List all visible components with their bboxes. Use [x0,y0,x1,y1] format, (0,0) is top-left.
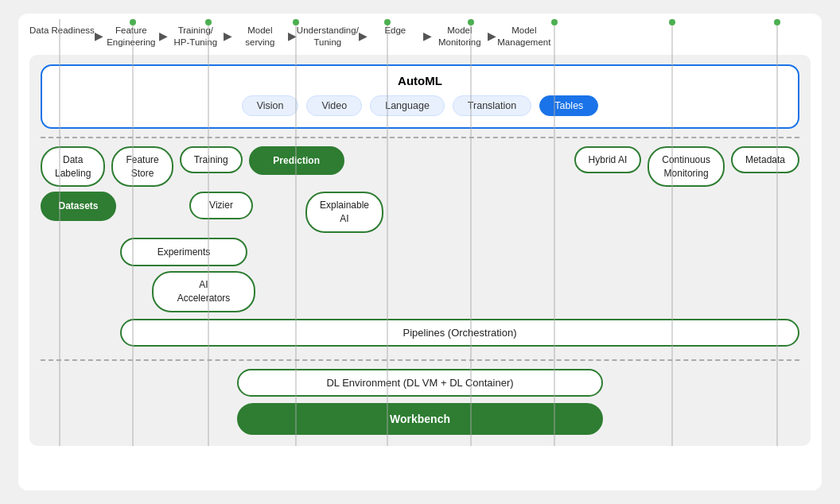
step-model-management: ModelManagement [496,25,552,48]
main-container: Data Readiness ▶ FeatureEngineering ▶ Tr… [18,14,822,490]
automl-title: AutoML [55,74,785,87]
step-model-serving: Modelserving ▶ [232,25,297,48]
arrow-6: ▶ [423,25,432,42]
pill-translation[interactable]: Translation [453,95,531,116]
pill-video[interactable]: Video [306,95,362,116]
diagram-area: AutoML Vision Video Language Translation… [29,55,811,446]
node-workbench: Workbench [237,403,603,435]
node-feature-store: FeatureStore [111,146,173,188]
node-explainable-ai: ExplainableAI [305,192,383,233]
node-metadata: Metadata [731,146,799,173]
automl-pills: Vision Video Language Translation Tables [55,95,785,116]
node-ai-accelerators: AIAccelerators [152,271,255,312]
node-hybrid-ai: Hybrid AI [574,146,642,173]
arrow-5: ▶ [359,25,368,42]
step-understanding: Understanding/Tuning ▶ [297,25,368,48]
arrow-7: ▶ [488,25,496,42]
arrow-1: ▶ [95,25,103,42]
dashed-separator-1 [41,137,799,138]
node-prediction: Prediction [249,146,344,175]
node-experiments: Experiments [120,238,247,266]
arrow-2: ▶ [159,25,168,42]
pill-tables[interactable]: Tables [539,95,598,116]
step-feature-engineering: FeatureEngineering ▶ [103,25,168,48]
step-training: Training/HP-Tuning ▶ [168,25,232,48]
arrow-4: ▶ [288,25,297,42]
arrow-3: ▶ [224,25,232,42]
pipeline-header: Data Readiness ▶ FeatureEngineering ▶ Tr… [18,14,822,48]
pill-language[interactable]: Language [370,95,445,116]
node-pipelines: Pipelines (Orchestration) [120,319,799,347]
step-model-monitoring: ModelMonitoring ▶ [432,25,496,48]
pill-vision[interactable]: Vision [242,95,299,116]
step-data-readiness: Data Readiness ▶ [29,25,103,42]
node-continuous-monitoring: ContinuousMonitoring [648,146,725,188]
dashed-separator-2 [41,359,799,361]
node-dl-environment: DL Environment (DL VM + DL Container) [237,369,603,397]
node-training: Training [180,146,243,173]
automl-box: AutoML Vision Video Language Translation… [41,64,799,129]
step-edge: Edge ▶ [368,25,432,42]
node-vizier: Vizier [189,192,253,219]
node-datasets: Datasets [41,192,116,220]
node-data-labeling: DataLabeling [41,146,105,188]
